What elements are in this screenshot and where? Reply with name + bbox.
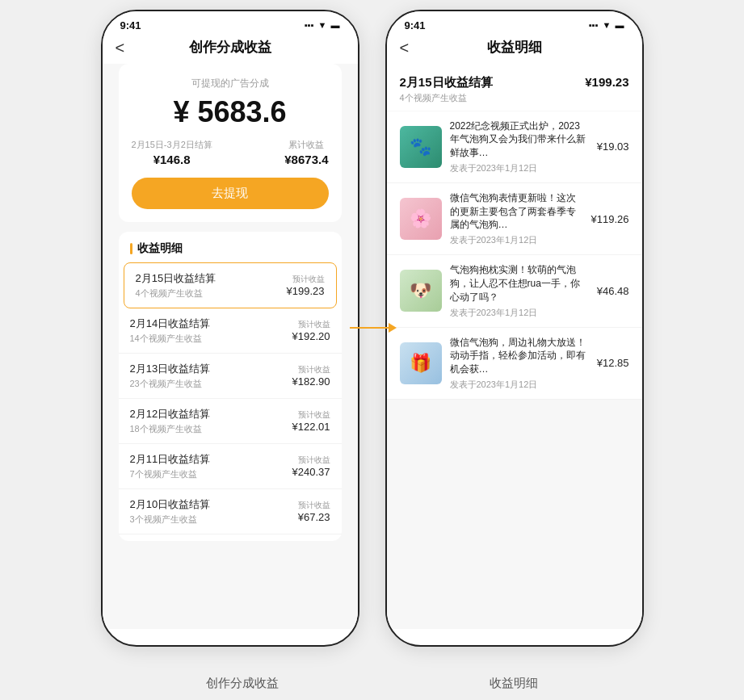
earning-item-right-0: 预计收益 ¥199.23 — [287, 274, 325, 297]
ad-section: 可提现的广告分成 ¥ 5683.6 2月15日-3月2日结算 ¥146.8 累计… — [119, 64, 342, 222]
signal-icon: ▪▪▪ — [305, 20, 314, 30]
detail-section-title: 2月15日收益结算 — [400, 75, 493, 90]
detail-title-row: 2月15日收益结算 ¥199.23 — [400, 75, 629, 90]
earning-item-right-1: 预计收益 ¥192.20 — [292, 319, 330, 342]
arrow-head — [389, 323, 397, 333]
cumulative-value: ¥8673.4 — [284, 153, 328, 166]
earning-item-left-0: 2月15日收益结算 4个视频产生收益 — [136, 271, 216, 300]
period-item-left: 2月15日-3月2日结算 ¥146.8 — [132, 139, 212, 166]
detail-section-sub: 4个视频产生收益 — [400, 92, 629, 104]
earning-item-value-0: ¥199.23 — [287, 285, 325, 297]
detail-item-amount-1: ¥119.26 — [591, 213, 629, 225]
earnings-header-label: 收益明细 — [137, 241, 183, 256]
detail-item-content-3: 微信气泡狗，周边礼物大放送！动动手指，轻松参加活动，即有机会获… 发表于2023… — [450, 336, 589, 391]
detail-item-title-2: 气泡狗抱枕实测！软萌的气泡狗，让人忍不住想rua一手，你心动了吗？ — [450, 263, 589, 304]
phone-2: 9:41 ▪▪▪ ▼ ▬ < 收益明细 2月15日收益结算 ¥199.23 4个… — [385, 10, 644, 647]
earning-item-1[interactable]: 2月14日收益结算 14个视频产生收益 预计收益 ¥192.20 — [119, 308, 342, 354]
ad-amount: ¥ 5683.6 — [132, 95, 329, 129]
back-button-1[interactable]: < — [116, 40, 125, 56]
earning-item-label-3: 预计收益 — [292, 409, 330, 421]
earning-item-2[interactable]: 2月13日收益结算 23个视频产生收益 预计收益 ¥182.90 — [119, 354, 342, 399]
detail-item-amount-2: ¥46.48 — [597, 285, 629, 297]
earning-item-right-5: 预计收益 ¥67.23 — [298, 500, 330, 523]
detail-section-header: 2月15日收益结算 ¥199.23 4个视频产生收益 — [387, 64, 642, 111]
detail-thumb-2: 🐶 — [400, 270, 442, 312]
detail-item-content-1: 微信气泡狗表情更新啦！这次的更新主要包含了两套春季专属的气泡狗… 发表于2023… — [450, 191, 583, 246]
detail-item-1[interactable]: 🌸 微信气泡狗表情更新啦！这次的更新主要包含了两套春季专属的气泡狗… 发表于20… — [387, 183, 642, 255]
wifi-icon-2: ▼ — [603, 20, 612, 30]
earning-item-3[interactable]: 2月12日收益结算 18个视频产生收益 预计收益 ¥122.01 — [119, 399, 342, 444]
page-container: 9:41 ▪▪▪ ▼ ▬ < 创作分成收益 可提现的广告分成 ¥ 5683.6 … — [101, 10, 644, 691]
nav-bar-1: < 创作分成收益 — [103, 35, 358, 64]
screen2-body: 2月15日收益结算 ¥199.23 4个视频产生收益 🐾 2022纪念视频正式出… — [387, 64, 642, 629]
detail-item-title-1: 微信气泡狗表情更新啦！这次的更新主要包含了两套春季专属的气泡狗… — [450, 191, 583, 232]
withdraw-button[interactable]: 去提现 — [132, 178, 329, 209]
earning-item-4[interactable]: 2月11日收益结算 7个视频产生收益 预计收益 ¥240.37 — [119, 444, 342, 489]
detail-item-amount-0: ¥19.03 — [597, 140, 629, 153]
detail-item-title-0: 2022纪念视频正式出炉，2023年气泡狗又会为我们带来什么新鲜故事… — [450, 119, 589, 160]
earning-item-value-1: ¥192.20 — [292, 330, 330, 342]
battery-icon-2: ▬ — [616, 20, 624, 30]
signal-icon-2: ▪▪▪ — [589, 20, 599, 30]
phone-1: 9:41 ▪▪▪ ▼ ▬ < 创作分成收益 可提现的广告分成 ¥ 5683.6 … — [101, 10, 359, 647]
thumb-icon-2: 🐶 — [410, 280, 431, 301]
status-bar-1: 9:41 ▪▪▪ ▼ ▬ — [103, 11, 358, 35]
detail-item-2[interactable]: 🐶 气泡狗抱枕实测！软萌的气泡狗，让人忍不住想rua一手，你心动了吗？ 发表于2… — [387, 255, 642, 327]
bottom-labels: 创作分成收益 收益明细 — [101, 660, 644, 691]
thumb-icon-3: 🎁 — [410, 353, 431, 374]
detail-item-date-3: 发表于2023年1月12日 — [450, 379, 589, 391]
status-icons-1: ▪▪▪ ▼ ▬ — [305, 20, 340, 30]
nav-title-2: 收益明细 — [487, 38, 542, 57]
detail-section-amount: ¥199.23 — [585, 75, 628, 89]
detail-item-0[interactable]: 🐾 2022纪念视频正式出炉，2023年气泡狗又会为我们带来什么新鲜故事… 发表… — [387, 111, 642, 183]
earning-item-right-2: 预计收益 ¥182.90 — [292, 364, 330, 388]
back-button-2[interactable]: < — [400, 40, 410, 56]
status-icons-2: ▪▪▪ ▼ ▬ — [589, 20, 624, 30]
thumb-icon-1: 🌸 — [410, 208, 431, 229]
detail-item-3[interactable]: 🎁 微信气泡狗，周边礼物大放送！动动手指，轻松参加活动，即有机会获… 发表于20… — [387, 328, 642, 400]
earnings-list: 2月15日收益结算 4个视频产生收益 预计收益 ¥199.23 2月14日收益结… — [119, 262, 342, 534]
earning-item-left-2: 2月13日收益结算 23个视频产生收益 — [130, 362, 211, 390]
earning-item-title-1: 2月14日收益结算 — [130, 316, 211, 331]
earning-item-sub-3: 18个视频产生收益 — [130, 423, 211, 435]
screen1-body: 可提现的广告分成 ¥ 5683.6 2月15日-3月2日结算 ¥146.8 累计… — [103, 64, 358, 629]
earning-item-label-5: 预计收益 — [298, 500, 330, 511]
earning-item-sub-2: 23个视频产生收益 — [130, 378, 211, 390]
label-2: 收益明细 — [490, 676, 538, 691]
earning-item-value-2: ¥182.90 — [292, 375, 330, 388]
cumulative-label: 累计收益 — [284, 139, 328, 151]
earning-item-sub-0: 4个视频产生收益 — [136, 287, 216, 300]
earning-item-label-4: 预计收益 — [292, 455, 330, 466]
earning-item-title-4: 2月11日收益结算 — [130, 452, 211, 467]
detail-item-content-0: 2022纪念视频正式出炉，2023年气泡狗又会为我们带来什么新鲜故事… 发表于2… — [450, 119, 589, 174]
detail-item-title-3: 微信气泡狗，周边礼物大放送！动动手指，轻松参加活动，即有机会获… — [450, 336, 589, 376]
earning-item-left-5: 2月10日收益结算 3个视频产生收益 — [130, 497, 211, 526]
earning-item-0[interactable]: 2月15日收益结算 4个视频产生收益 预计收益 ¥199.23 — [124, 262, 337, 308]
earning-item-right-3: 预计收益 ¥122.01 — [292, 409, 330, 433]
detail-item-amount-3: ¥12.85 — [597, 357, 629, 369]
wifi-icon: ▼ — [318, 20, 327, 30]
earning-item-5[interactable]: 2月10日收益结算 3个视频产生收益 预计收益 ¥67.23 — [119, 489, 342, 534]
earning-item-left-4: 2月11日收益结算 7个视频产生收益 — [130, 452, 211, 480]
period-value: ¥146.8 — [132, 153, 212, 166]
earning-item-title-2: 2月13日收益结算 — [130, 362, 211, 376]
detail-list: 🐾 2022纪念视频正式出炉，2023年气泡狗又会为我们带来什么新鲜故事… 发表… — [387, 111, 642, 400]
earning-item-value-3: ¥122.01 — [292, 421, 330, 433]
earning-item-sub-5: 3个视频产生收益 — [130, 513, 211, 526]
nav-bar-2: < 收益明细 — [387, 35, 642, 64]
detail-thumb-1: 🌸 — [400, 198, 442, 240]
phones-row: 9:41 ▪▪▪ ▼ ▬ < 创作分成收益 可提现的广告分成 ¥ 5683.6 … — [101, 10, 644, 647]
earning-item-title-0: 2月15日收益结算 — [136, 271, 216, 286]
earning-item-value-5: ¥67.23 — [298, 511, 330, 523]
earning-item-left-1: 2月14日收益结算 14个视频产生收益 — [130, 316, 211, 345]
ad-label: 可提现的广告分成 — [132, 77, 329, 90]
thumb-icon-0: 🐾 — [410, 136, 431, 157]
period-row: 2月15日-3月2日结算 ¥146.8 累计收益 ¥8673.4 — [132, 139, 329, 166]
earnings-header-bar — [130, 243, 132, 254]
earning-item-label-2: 预计收益 — [292, 364, 330, 375]
arrow-line — [350, 327, 389, 329]
detail-thumb-3: 🎁 — [400, 342, 442, 384]
earning-item-sub-1: 14个视频产生收益 — [130, 333, 211, 345]
status-bar-2: 9:41 ▪▪▪ ▼ ▬ — [387, 11, 642, 35]
detail-item-date-2: 发表于2023年1月12日 — [450, 307, 589, 319]
